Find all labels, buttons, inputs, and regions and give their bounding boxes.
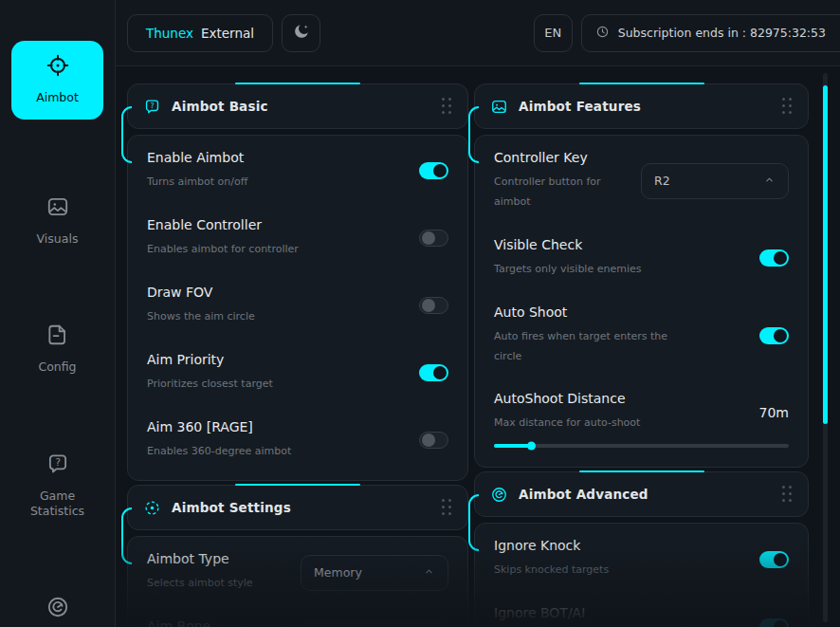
setting-text: Visible CheckTargets only visible enemie… xyxy=(494,237,641,280)
setting-text: Enable ControllerEnables aimbot for cont… xyxy=(147,217,299,260)
setting-label: Visible Check xyxy=(494,237,641,252)
brand-button[interactable]: Thunex External xyxy=(127,14,273,52)
chevron-up-icon xyxy=(763,172,776,190)
aimbot-type-select[interactable]: Memory xyxy=(301,555,448,591)
enable-controller-toggle[interactable] xyxy=(419,230,448,247)
svg-text:?: ? xyxy=(150,101,154,110)
content-column-left: ?Aimbot BasicEnable AimbotTurns aimbot o… xyxy=(127,83,468,627)
card-body: Controller KeyController button for aimb… xyxy=(474,135,809,468)
sidebar-item-label: Game Statistics xyxy=(13,489,101,518)
card-body: Aimbot TypeSelects aimbot styleMemoryAim… xyxy=(127,536,468,627)
setting-text: Aim BoneChooses the aim body part xyxy=(147,618,288,627)
image-icon xyxy=(490,98,508,116)
card-header: Aimbot Features xyxy=(474,83,809,129)
setting-label: Auto Shoot xyxy=(494,304,688,320)
sidebar-item-game-statistics[interactable]: ?Game Statistics xyxy=(11,439,103,532)
ignore-knock-toggle[interactable] xyxy=(759,551,789,568)
language-button[interactable]: EN xyxy=(534,14,573,52)
card-title: Aimbot Settings xyxy=(172,500,291,515)
slider-thumb[interactable] xyxy=(527,442,536,451)
setting-row-ignore-knock: Ignore KnockSkips knocked targets xyxy=(494,538,789,581)
setting-label: Aim Priority xyxy=(147,352,273,367)
setting-text: Ignore KnockSkips knocked targets xyxy=(494,538,609,581)
autoshoot-distance-slider[interactable] xyxy=(494,444,789,448)
setting-description: Enables 360-degree aimbot xyxy=(147,442,291,462)
card-header: ?Aimbot Basic xyxy=(127,83,468,129)
spiral-icon xyxy=(46,595,70,623)
card-accent-line xyxy=(235,484,360,486)
setting-description: Turns aimbot on/off xyxy=(147,173,247,193)
slider-value: 70m xyxy=(759,405,789,420)
toggle-knob xyxy=(774,553,787,566)
theme-toggle-button[interactable] xyxy=(282,14,320,52)
setting-row-visible-check: Visible CheckTargets only visible enemie… xyxy=(494,237,789,280)
settings-content: ?Aimbot BasicEnable AimbotTurns aimbot o… xyxy=(116,66,840,627)
select-value: R2 xyxy=(654,174,670,188)
brand-name: Thunex xyxy=(146,26,193,41)
setting-row-ignore-bot-ai: Ignore BOT/AISkips BOT/AI targets xyxy=(494,605,789,627)
setting-text: Enable AimbotTurns aimbot on/off xyxy=(147,150,247,193)
setting-label: Enable Controller xyxy=(147,217,299,232)
setting-label: Controller Key xyxy=(494,150,630,165)
toggle-knob xyxy=(433,366,447,379)
enable-aimbot-toggle[interactable] xyxy=(419,162,448,179)
drag-handle-icon[interactable] xyxy=(442,98,452,115)
app-window: AimbotVisualsConfig?Game StatisticsSetti… xyxy=(0,0,840,627)
sidebar-item-config[interactable]: Config xyxy=(11,310,103,389)
sidebar: AimbotVisualsConfig?Game StatisticsSetti… xyxy=(0,0,116,627)
scrollbar-thumb[interactable] xyxy=(823,85,828,424)
clock-icon xyxy=(595,25,610,42)
auto-shoot-toggle[interactable] xyxy=(759,327,789,344)
setting-label: Aimbot Type xyxy=(147,551,253,566)
card-header: Aimbot Advanced xyxy=(474,471,809,517)
setting-row-aim-bone: Aim BoneChooses the aim body partHead xyxy=(147,618,448,627)
sidebar-item-aimbot[interactable]: Aimbot xyxy=(11,41,103,120)
aim-360-rage-toggle[interactable] xyxy=(419,432,448,449)
card-title: Aimbot Features xyxy=(519,99,641,114)
toggle-knob xyxy=(422,433,435,447)
setting-row-auto-shoot: Auto ShootAuto fires when target enters … xyxy=(494,304,789,367)
aim-priority-toggle[interactable] xyxy=(419,364,448,381)
setting-description: Controller button for aimbot xyxy=(494,173,630,212)
setting-row-enable-controller: Enable ControllerEnables aimbot for cont… xyxy=(147,217,448,260)
setting-row-aimbot-type: Aimbot TypeSelects aimbot styleMemory xyxy=(147,551,448,594)
visible-check-toggle[interactable] xyxy=(759,249,789,267)
chevron-up-icon xyxy=(423,563,435,581)
aim-bone-select[interactable]: Head xyxy=(301,622,448,627)
toggle-knob xyxy=(433,164,447,177)
document-icon xyxy=(46,323,70,351)
drag-handle-icon[interactable] xyxy=(782,98,793,115)
card-body: Enable AimbotTurns aimbot on/offEnable C… xyxy=(127,135,468,481)
setting-text: Aim 360 [RAGE]Enables 360-degree aimbot xyxy=(147,419,291,462)
card-accent-bracket xyxy=(121,106,132,163)
content-column-right: Aimbot FeaturesController KeyController … xyxy=(474,83,809,627)
setting-text: Controller KeyController button for aimb… xyxy=(494,150,630,212)
ignore-bot-ai-toggle[interactable] xyxy=(759,618,789,627)
image-icon xyxy=(46,194,70,223)
setting-description: Selects aimbot style xyxy=(147,574,253,594)
draw-fov-toggle[interactable] xyxy=(419,297,448,314)
drag-handle-icon[interactable] xyxy=(442,499,452,516)
setting-text: Aim PriorityPrioritizes closest target xyxy=(147,352,273,395)
sidebar-item-visuals[interactable]: Visuals xyxy=(11,182,103,261)
sidebar-item-settings[interactable]: Settings xyxy=(11,582,103,627)
setting-label: Ignore Knock xyxy=(494,538,609,553)
target-dashed-icon xyxy=(143,499,161,517)
card-accent-line xyxy=(579,470,704,472)
card-accent-bracket xyxy=(121,507,132,564)
toggle-knob xyxy=(422,299,435,312)
sidebar-nav: AimbotVisualsConfig?Game StatisticsSetti… xyxy=(11,41,103,627)
select-value: Memory xyxy=(314,565,362,580)
setting-text: Ignore BOT/AISkips BOT/AI targets xyxy=(494,605,601,627)
sidebar-item-label: Aimbot xyxy=(36,90,79,105)
chat-question-icon: ? xyxy=(46,452,70,480)
setting-row-enable-aimbot: Enable AimbotTurns aimbot on/off xyxy=(147,150,448,193)
setting-description: Skips knocked targets xyxy=(494,561,609,581)
subscription-text: Subscription ends in : 82975:32:53 xyxy=(618,26,826,40)
controller-key-select[interactable]: R2 xyxy=(641,163,789,199)
card-body: Ignore KnockSkips knocked targetsIgnore … xyxy=(474,523,809,627)
drag-handle-icon[interactable] xyxy=(782,486,793,503)
sidebar-item-label: Config xyxy=(38,360,76,375)
spiral-icon xyxy=(490,486,508,504)
setting-description: Targets only visible enemies xyxy=(494,260,641,280)
